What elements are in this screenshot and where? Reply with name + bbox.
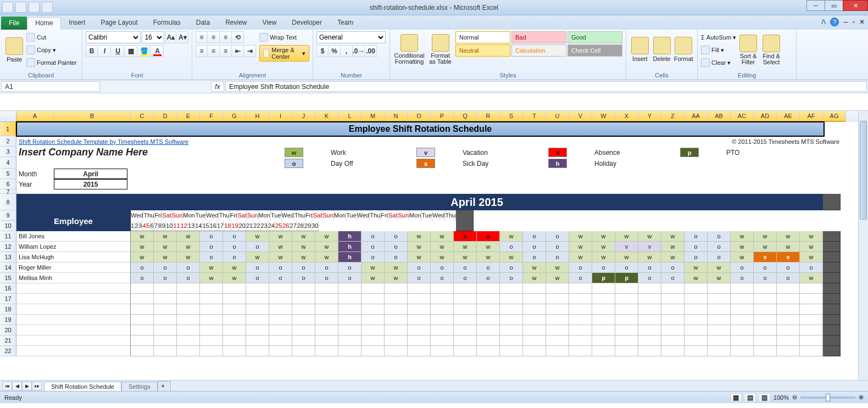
shift-cell[interactable]: h	[338, 242, 361, 252]
shift-cell[interactable]: w	[131, 252, 154, 262]
col-header-E[interactable]: E	[177, 111, 200, 122]
month-value[interactable]: April	[54, 169, 127, 179]
review-tab[interactable]: Review	[218, 17, 254, 30]
col-header-Z[interactable]: Z	[661, 111, 685, 122]
shift-cell[interactable]: o	[500, 242, 523, 252]
col-header-F[interactable]: F	[200, 111, 223, 122]
font-size-select[interactable]: 16	[142, 31, 164, 43]
zoom-slider-thumb[interactable]	[826, 394, 830, 401]
col-header-K[interactable]: K	[315, 111, 338, 122]
insert-cells-button[interactable]: Insert	[630, 31, 650, 68]
shift-cell[interactable]: o	[338, 262, 361, 273]
increase-decimal-button[interactable]: .0→	[353, 45, 365, 57]
row-header-20[interactable]: 20	[0, 325, 16, 336]
conditional-formatting-button[interactable]: Conditional Formatting	[393, 31, 425, 68]
shift-cell[interactable]: w	[177, 242, 200, 252]
row-header-15[interactable]: 15	[0, 273, 16, 283]
shift-cell[interactable]: w	[638, 231, 661, 242]
col-header-L[interactable]: L	[338, 111, 361, 122]
sheet-tab-active[interactable]: Shift Rotation Schedule	[44, 382, 121, 391]
row-header-14[interactable]: 14	[0, 262, 16, 273]
decrease-indent-button[interactable]: ⇤	[232, 45, 244, 57]
col-header-V[interactable]: V	[569, 111, 592, 122]
shift-cell[interactable]: w	[615, 252, 638, 262]
view-normal-icon[interactable]: ▦	[731, 393, 742, 402]
font-name-select[interactable]: Calibri	[86, 31, 141, 43]
employee-name[interactable]: William Lopez	[16, 242, 131, 252]
style-good[interactable]: Good	[567, 31, 622, 43]
row-header-4[interactable]: 4	[0, 157, 16, 169]
sort-filter-button[interactable]: Sort & Filter	[737, 32, 759, 68]
tab-nav-first[interactable]: ⏮	[2, 382, 12, 390]
row-header-18[interactable]: 18	[0, 304, 16, 315]
shift-cell[interactable]: w	[408, 252, 431, 262]
shift-cell[interactable]: w	[269, 231, 292, 242]
shift-cell[interactable]: w	[223, 273, 246, 283]
col-header-O[interactable]: O	[408, 111, 431, 122]
col-header-S[interactable]: S	[500, 111, 523, 122]
bold-button[interactable]: B	[86, 45, 98, 57]
row-header-2[interactable]: 2	[0, 136, 16, 147]
team-tab[interactable]: Team	[330, 17, 361, 30]
shift-cell[interactable]: w	[569, 231, 592, 242]
shift-cell[interactable]: w	[800, 242, 823, 252]
file-tab[interactable]: File	[1, 16, 27, 30]
shift-cell[interactable]: o	[177, 262, 200, 273]
style-neutral[interactable]: Neutral	[455, 44, 510, 57]
col-header-AA[interactable]: AA	[685, 111, 708, 122]
decrease-decimal-button[interactable]: .00	[365, 45, 377, 57]
shift-cell[interactable]: o	[431, 273, 454, 283]
shift-cell[interactable]: w	[408, 242, 431, 252]
clear-button[interactable]: Clear ▾	[701, 57, 736, 68]
merge-center-button[interactable]: Merge & Center ▾	[259, 45, 309, 62]
shift-cell[interactable]: o	[223, 252, 246, 262]
font-color-button[interactable]: A	[152, 45, 164, 57]
shift-cell[interactable]: o	[592, 262, 615, 273]
shift-cell[interactable]: v	[615, 242, 638, 252]
col-header-W[interactable]: W	[592, 111, 615, 122]
shift-cell[interactable]: o	[361, 252, 385, 262]
sheet-tab-new[interactable]: ✦	[158, 381, 171, 391]
shift-cell[interactable]: p	[592, 273, 615, 283]
shift-cell[interactable]: o	[477, 262, 500, 273]
sheet-cells[interactable]: Employee Shift Rotation ScheduleShift Ro…	[16, 122, 868, 356]
align-middle-button[interactable]: ≡	[208, 31, 220, 43]
shift-cell[interactable]: o	[754, 273, 777, 283]
employee-name[interactable]: Roger Miller	[16, 262, 131, 273]
grow-font-button[interactable]: A▴	[165, 31, 176, 43]
shift-cell[interactable]: w	[408, 231, 431, 242]
shift-cell[interactable]: o	[638, 273, 661, 283]
shift-cell[interactable]: s	[754, 252, 777, 262]
row-header-21[interactable]: 21	[0, 336, 16, 346]
shift-cell[interactable]: w	[177, 231, 200, 242]
vertical-scrollbar[interactable]	[858, 111, 868, 380]
shift-cell[interactable]: w	[431, 231, 454, 242]
col-header-AB[interactable]: AB	[708, 111, 731, 122]
orientation-button[interactable]: ⟲	[232, 31, 244, 43]
shift-cell[interactable]: w	[315, 231, 338, 242]
insert-tab[interactable]: Insert	[61, 17, 93, 30]
col-header-I[interactable]: I	[269, 111, 292, 122]
increase-indent-button[interactable]: ⇥	[244, 45, 256, 57]
shift-cell[interactable]: w	[754, 231, 777, 242]
page-layout-tab[interactable]: Page Layout	[93, 17, 145, 30]
help-icon[interactable]: ?	[830, 18, 839, 26]
shift-cell[interactable]: w	[431, 242, 454, 252]
shift-cell[interactable]: o	[685, 252, 708, 262]
shift-cell[interactable]: o	[361, 242, 385, 252]
shift-cell[interactable]: w	[800, 252, 823, 262]
shift-cell[interactable]: w	[131, 242, 154, 252]
row-headers[interactable]: 12345678910111213141516171819202122	[0, 122, 16, 356]
shift-cell[interactable]: o	[500, 262, 523, 273]
qat-save-icon[interactable]	[15, 2, 26, 13]
shift-cell[interactable]: o	[777, 262, 800, 273]
view-layout-icon[interactable]: ▤	[745, 393, 756, 402]
data-tab[interactable]: Data	[188, 17, 218, 30]
spreadsheet-grid[interactable]: ABCDEFGHIJKLMNOPQRSTUVWXYZAAABACADAEAFAG…	[0, 111, 868, 380]
view-tab[interactable]: View	[255, 17, 285, 30]
shift-cell[interactable]: o	[315, 262, 338, 273]
col-header-A[interactable]: A	[16, 111, 54, 122]
employee-name[interactable]: Bill Jones	[16, 231, 131, 242]
shift-cell[interactable]: o	[200, 252, 223, 262]
shift-cell[interactable]: w	[500, 231, 523, 242]
